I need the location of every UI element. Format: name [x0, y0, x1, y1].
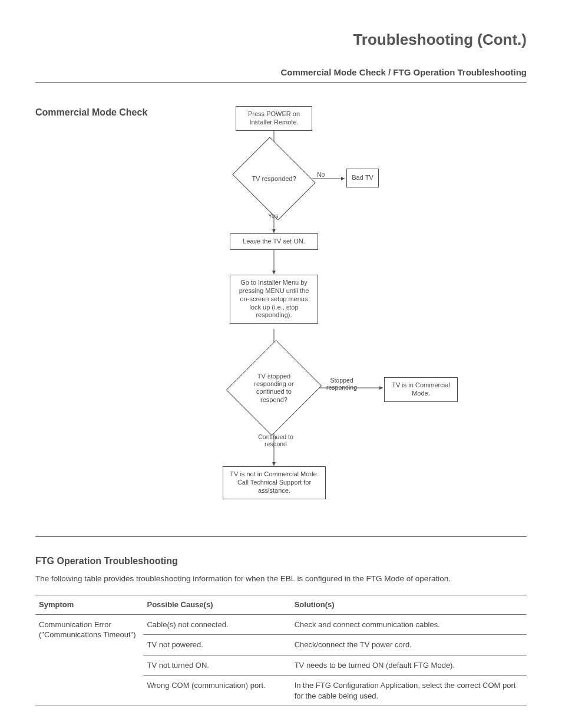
th-cause: Possible Cause(s)	[143, 595, 290, 615]
cell-solution: In the FTG Configuration Application, se…	[291, 676, 527, 706]
th-symptom: Symptom	[35, 595, 143, 615]
flow-not-commercial-box: TV is not in Commercial Mode. Call Techn…	[223, 466, 326, 499]
cell-solution: TV needs to be turned ON (default FTG Mo…	[291, 655, 527, 676]
commercial-mode-section: Commercial Mode Check Press POWER on Ins…	[35, 106, 527, 537]
cell-cause: Cable(s) not connected.	[143, 614, 290, 635]
ftg-heading: FTG Operation Troubleshooting	[35, 555, 527, 568]
th-solution: Solution(s)	[291, 595, 527, 615]
flow-decision-stopped-text: TV stopped responding or continued to re…	[242, 353, 306, 423]
cell-cause: Wrong COM (communication) port.	[143, 676, 290, 706]
flow-badtv-box: Bad TV	[346, 169, 379, 187]
flow-label-yes: Yes	[268, 212, 278, 219]
flowchart: Press POWER on Installer Remote. TV resp…	[218, 106, 527, 519]
ftg-intro: The following table provides troubleshoo…	[35, 574, 527, 584]
cell-symptom: Communication Error ("Communications Tim…	[35, 614, 143, 706]
flow-installer-menu-box: Go to Installer Menu by pressing MENU un…	[230, 275, 318, 324]
cell-cause: TV not turned ON.	[143, 655, 290, 676]
cell-solution: Check and connect communication cables.	[291, 614, 527, 635]
cell-cause: TV not powered.	[143, 635, 290, 655]
page-title: Troubleshooting (Cont.)	[35, 29, 527, 50]
flow-commercial-box: TV is in Commercial Mode.	[384, 377, 458, 402]
flow-decision-responded: TV responded?	[242, 152, 306, 205]
section-subtitle: Commercial Mode Check / FTG Operation Tr…	[35, 67, 527, 83]
cell-solution: Check/connect the TV power cord.	[291, 635, 527, 655]
flow-decision-responded-text: TV responded?	[242, 152, 306, 205]
flow-label-stopped: Stopped responding	[321, 377, 362, 391]
flow-label-continued: Continued to respond	[258, 433, 293, 447]
table-row: Communication Error ("Communications Tim…	[35, 614, 527, 635]
ftg-table: Symptom Possible Cause(s) Solution(s) Co…	[35, 595, 527, 706]
flow-label-no: No	[317, 171, 325, 178]
flow-start-box: Press POWER on Installer Remote.	[236, 106, 312, 131]
flow-decision-stopped: TV stopped responding or continued to re…	[242, 353, 306, 423]
flow-leave-on-box: Leave the TV set ON.	[230, 233, 318, 250]
flowchart-heading: Commercial Mode Check	[35, 106, 200, 519]
